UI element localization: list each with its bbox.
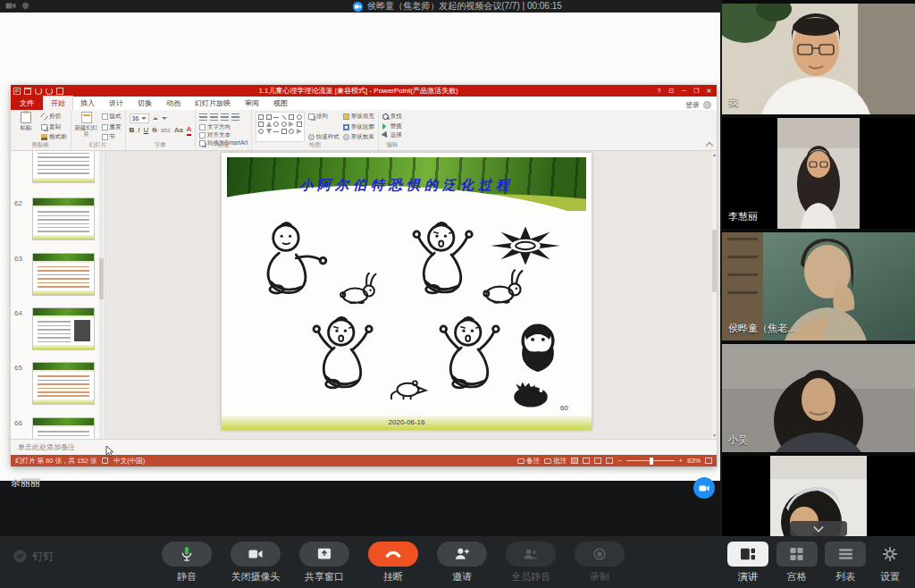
list-view-button[interactable]: 列表 [823,542,868,584]
shape-fill-button[interactable]: 形状填充 [343,113,374,121]
reset-icon [102,124,108,130]
format-painter-button[interactable]: 格式刷 [41,133,67,141]
paste-button[interactable]: 粘贴 [14,112,38,142]
shape-outline-button[interactable]: 形状轮廓 [343,123,374,131]
scrollbar-thumb[interactable] [712,230,717,292]
zoom-slider-thumb[interactable] [650,458,653,465]
tab-review[interactable]: 审阅 [238,97,266,110]
numbering-icon[interactable] [210,113,218,121]
font-color-button[interactable]: A [187,125,191,136]
sign-in-link[interactable]: 登录 [685,100,700,110]
grow-font-icon[interactable] [153,117,158,120]
invite-button[interactable]: 邀请 [432,542,491,584]
replace-button[interactable]: 替换 [382,122,402,130]
copy-button[interactable]: 复制 [41,123,67,131]
find-button[interactable]: 查找 [382,113,402,121]
record-button[interactable]: 录制 [570,542,629,584]
tab-slideshow[interactable]: 幻灯片放映 [188,97,238,110]
notes-pane[interactable]: 单击此处添加备注 [11,439,717,455]
shrink-font-icon[interactable] [162,117,167,120]
tab-design[interactable]: 设计 [102,97,130,110]
layout-button[interactable]: 版式 [102,113,122,121]
notes-toggle[interactable]: 备注 [517,457,540,466]
close-button[interactable]: ✕ [703,85,715,97]
align-text-button[interactable]: 对齐文本 [199,131,248,139]
save-icon[interactable] [24,88,31,95]
text-direction-button[interactable]: 文字方向 [199,123,248,131]
reset-button[interactable]: 重置 [102,123,122,131]
collapse-ribbon-button[interactable] [705,141,714,148]
quick-styles-icon [308,134,315,140]
tab-file[interactable]: 文件 [11,97,43,110]
grid-view-button[interactable]: 宫格 [775,542,819,584]
slide-editing-area[interactable]: 小阿尔伯特恐惧的泛化过程 [105,151,717,439]
line-spacing-icon[interactable] [231,113,239,121]
camera-float-button[interactable] [693,477,715,499]
language-indicator[interactable]: 中文(中国) [113,457,145,466]
tab-view[interactable]: 视图 [266,97,295,110]
comments-toggle[interactable]: 批注 [544,457,567,466]
thumbnail-scrollbar[interactable] [99,151,104,439]
slide-thumbnail-panel[interactable]: 62 63 64 65 [11,151,105,439]
text-shadow-button[interactable]: abc [161,126,171,135]
quick-styles-button[interactable]: 快速样式 [308,133,340,141]
reading-view-icon2[interactable] [594,458,601,464]
tab-home[interactable]: 开始 [43,96,73,110]
collapse-participants-button[interactable] [790,521,847,536]
font-size-select[interactable]: 36 [130,113,150,123]
close-camera-button[interactable]: 关闭摄像头 [226,542,285,584]
participant-tile-xiaowu[interactable]: 小吴 [722,344,915,452]
scroll-up-icon[interactable]: ▲ [711,151,717,158]
spellcheck-icon[interactable] [102,458,108,464]
bullets-icon[interactable] [199,113,207,121]
indent-icon[interactable] [221,113,229,121]
mute-button[interactable]: 静音 [157,542,216,584]
shape-gallery[interactable] [256,112,305,142]
arrange-button[interactable]: 排列 [308,113,340,121]
tab-transitions[interactable]: 切换 [130,97,159,110]
hang-up-button[interactable]: 挂断 [364,542,423,584]
scroll-down-icon[interactable]: ▼ [711,432,717,439]
bold-button[interactable]: B [130,126,135,135]
redo-icon[interactable] [46,88,53,95]
underline-button[interactable]: U [144,126,149,135]
share-window-button[interactable]: 共享窗口 [295,542,354,584]
zoom-in-button[interactable]: + [679,457,683,465]
slide-sorter-view-icon[interactable] [583,458,590,464]
slide-scrollbar[interactable]: ▲ ▼ [710,151,717,439]
mute-all-button[interactable]: 全员静音 [501,542,560,584]
shared-screen-tile[interactable]: P 1.1儿童心理学理论流派 [兼容模式] - PowerPoint(产品激活失… [0,13,720,536]
settings-button[interactable]: 设置 [872,542,908,584]
help-button[interactable]: ? [653,85,665,97]
section-button[interactable]: 节 [102,133,122,141]
undo-icon[interactable] [35,88,42,95]
slide-canvas[interactable]: 小阿尔伯特恐惧的泛化过程 [222,153,592,430]
cut-button[interactable]: 剪切 [41,113,67,121]
zoom-slider[interactable] [626,460,675,461]
restore-button[interactable]: ❐ [691,85,702,97]
participant-tile-houyetong[interactable]: 侯晔童（焦老... [722,232,915,340]
select-button[interactable]: 选择 [382,131,402,139]
participant-tile-lihuili[interactable]: 李慧丽 [722,118,915,229]
strikethrough-button[interactable]: S [152,126,156,135]
italic-button[interactable]: I [138,126,139,135]
powerpoint-titlebar[interactable]: P 1.1儿童心理学理论流派 [兼容模式] - PowerPoint(产品激活失… [11,85,717,97]
minimize-button[interactable]: ─ [678,85,690,97]
zoom-out-button[interactable]: − [617,457,621,465]
tab-animations[interactable]: 动画 [159,97,188,110]
new-slide-button[interactable]: 新建幻灯片 [75,112,98,142]
ribbon-options-button[interactable]: ⊡ [666,85,677,97]
zoom-level[interactable]: 83% [687,457,701,465]
speaker-view-button[interactable]: 演讲 [726,542,770,584]
change-case-button[interactable]: Aa [174,126,183,135]
participant-tile-me[interactable]: 我 [722,4,915,114]
tab-insert[interactable]: 插入 [73,97,102,110]
slideshow-view-icon[interactable] [606,458,613,464]
shape-effects-button[interactable]: 形状效果 [343,133,374,141]
normal-view-icon[interactable] [571,458,578,464]
fit-to-window-icon[interactable] [705,458,712,464]
arrange-icon [308,113,315,120]
avatar[interactable] [703,101,711,109]
ribbon-group-paragraph: 文字方向 对齐文本 转换为SmartArt 段落 [196,110,252,150]
reading-view-icon[interactable] [56,88,63,95]
